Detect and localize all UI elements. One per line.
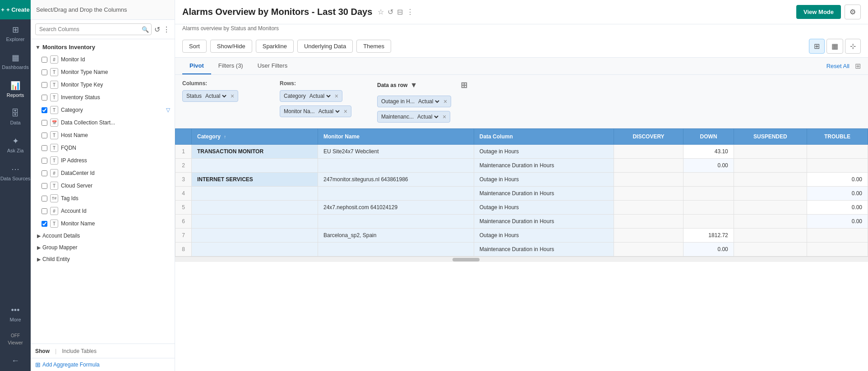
create-button[interactable]: ++ Create <box>0 0 31 19</box>
col-data-collection-start-checkbox[interactable] <box>42 120 47 126</box>
category-chip-remove[interactable]: × <box>335 92 338 100</box>
pivot-view-button[interactable]: ⊹ <box>845 39 861 54</box>
outage-chip-remove[interactable]: × <box>443 98 447 105</box>
expand-icon[interactable]: ⊞ <box>855 62 861 70</box>
cell-data-col: Outage in Hours <box>474 145 614 159</box>
sparkline-button[interactable]: Sparkline <box>256 40 294 53</box>
calendar-view-button[interactable]: ▦ <box>826 39 843 54</box>
tab-pivot[interactable]: Pivot <box>182 58 211 74</box>
sidebar-item-reports[interactable]: 📊 Reports <box>0 75 31 103</box>
outage-mode-select[interactable]: Actual <box>416 98 441 105</box>
view-mode-button[interactable]: View Mode <box>796 5 841 19</box>
tab-filters[interactable]: Filters (3) <box>211 58 250 74</box>
sidebar-item-data-sources[interactable]: ⋯ Data Sources <box>0 159 31 187</box>
settings-button[interactable]: ⚙ <box>845 5 861 19</box>
status-mode-select[interactable]: Actual <box>203 92 228 100</box>
themes-button[interactable]: Themes <box>356 40 391 53</box>
show-hide-button[interactable]: Show/Hide <box>210 40 252 53</box>
col-monitor-name-checkbox[interactable] <box>42 221 47 227</box>
scroll-thumb[interactable] <box>452 258 480 261</box>
columns-list: ▼ Monitors Inventory # Monitor Id T Moni… <box>31 39 175 344</box>
table-area[interactable]: Category ↑ Monitor Name Data Column DISC… <box>175 128 868 371</box>
show-link[interactable]: Show <box>35 348 50 354</box>
viewer-toggle[interactable]: OFF Viewer <box>0 328 31 351</box>
col-category-checkbox[interactable] <box>42 107 47 113</box>
maintenance-chip-remove[interactable]: × <box>443 113 446 120</box>
star-icon[interactable]: ☆ <box>378 8 384 16</box>
th-data-column[interactable]: Data Column <box>474 129 614 145</box>
sort-button[interactable]: Sort <box>182 40 207 53</box>
col-host-name-checkbox[interactable] <box>42 133 47 138</box>
underlying-data-button[interactable]: Underlying Data <box>297 40 353 53</box>
th-discovery[interactable]: DISCOVERY <box>614 129 683 145</box>
sidebar-item-explorer[interactable]: ⊞ Explorer <box>0 19 31 47</box>
columns-panel: Select/Drag and Drop the Columns 🔍 ↺ ⋮ ▼… <box>31 0 175 371</box>
more-options-icon[interactable]: ⋮ <box>163 25 170 34</box>
layout-icon[interactable]: ⊟ <box>397 8 403 16</box>
col-ip-address-checkbox[interactable] <box>42 158 47 164</box>
table-view-button[interactable]: ⊞ <box>809 39 825 54</box>
th-suspended[interactable]: SUSPENDED <box>734 129 807 145</box>
col-category[interactable]: T Category ▽ <box>31 104 175 116</box>
sidebar-item-data[interactable]: 🗄 Data <box>0 103 31 131</box>
col-monitor-type-name[interactable]: T Monitor Type Name <box>31 66 175 78</box>
th-category[interactable]: Category ↑ <box>192 129 318 145</box>
status-chip-remove[interactable]: × <box>231 92 234 100</box>
add-aggregate-formula-button[interactable]: ⊞ Add Aggregate Formula <box>31 358 175 371</box>
tab-user-filters[interactable]: User Filters <box>250 58 295 74</box>
group-group-mapper[interactable]: ▶ Group Mapper <box>31 242 175 253</box>
more-icon[interactable]: ⋮ <box>406 8 414 16</box>
cell-down: 1812.72 <box>683 229 734 243</box>
th-trouble[interactable]: TROUBLE <box>807 129 868 145</box>
col-inventory-status[interactable]: T Inventory Status <box>31 91 175 104</box>
refresh-icon[interactable]: ↺ <box>388 8 393 16</box>
sidebar-item-ask-zia[interactable]: ✦ Ask Zia <box>0 131 31 159</box>
col-fqdn-checkbox[interactable] <box>42 145 47 151</box>
maintenance-mode-select[interactable]: Actual <box>416 113 440 120</box>
col-datacenter-id-checkbox[interactable] <box>42 170 47 176</box>
col-monitor-id[interactable]: # Monitor Id <box>31 53 175 66</box>
col-monitor-name[interactable]: T Monitor Name <box>31 217 175 230</box>
type-t-icon: T <box>50 68 58 76</box>
refresh-icon[interactable]: ↺ <box>154 25 160 34</box>
col-monitor-type-name-checkbox[interactable] <box>42 69 47 75</box>
outage-chip-row: Outage in H... Actual × <box>377 96 467 107</box>
chevron-down-icon[interactable]: ▼ <box>410 81 417 89</box>
group-monitors-inventory[interactable]: ▼ Monitors Inventory <box>31 41 175 53</box>
col-monitor-type-key-checkbox[interactable] <box>42 82 47 88</box>
col-data-collection-start[interactable]: 📅 Data Collection Start... <box>31 116 175 129</box>
col-cloud-server[interactable]: T Cloud Server <box>31 179 175 192</box>
sidebar-item-dashboards[interactable]: ▦ Dashboards <box>0 47 31 75</box>
col-inventory-status-checkbox[interactable] <box>42 95 47 101</box>
th-monitor-name[interactable]: Monitor Name <box>318 129 474 145</box>
cell-data-col: Maintenance Duration in Hours <box>474 159 614 173</box>
off-label: OFF <box>11 333 20 338</box>
group-child-entity[interactable]: ▶ Child Entity <box>31 253 175 265</box>
th-down[interactable]: DOWN <box>683 129 734 145</box>
col-ip-address[interactable]: T IP Address <box>31 154 175 167</box>
search-input[interactable] <box>35 23 152 35</box>
col-fqdn[interactable]: T FQDN <box>31 142 175 154</box>
cell-category <box>192 215 318 229</box>
monitor-name-mode-select[interactable]: Actual <box>317 108 341 115</box>
group-account-details[interactable]: ▶ Account Details <box>31 230 175 242</box>
col-monitor-id-checkbox[interactable] <box>42 57 47 63</box>
col-host-name[interactable]: T Host Name <box>31 129 175 142</box>
sidebar-item-more[interactable]: ••• More <box>0 300 31 328</box>
category-mode-select[interactable]: Actual <box>308 92 332 100</box>
reset-all-button[interactable]: Reset All <box>826 58 850 74</box>
horizontal-scrollbar[interactable] <box>175 256 868 262</box>
data-table: Category ↑ Monitor Name Data Column DISC… <box>175 128 868 256</box>
col-tag-ids[interactable]: T# Tag Ids <box>31 192 175 205</box>
col-cloud-server-checkbox[interactable] <box>42 183 47 189</box>
col-account-id[interactable]: # Account Id <box>31 205 175 217</box>
cell-trouble <box>807 243 868 256</box>
col-tag-ids-checkbox[interactable] <box>42 196 47 202</box>
more-icon: ••• <box>11 306 20 315</box>
col-datacenter-id[interactable]: # DataCenter Id <box>31 167 175 179</box>
include-tables-link[interactable]: Include Tables <box>62 348 97 354</box>
monitor-name-chip-remove[interactable]: × <box>344 108 347 115</box>
collapse-nav-button[interactable]: ← <box>0 351 31 371</box>
col-account-id-checkbox[interactable] <box>42 208 47 214</box>
col-monitor-type-key[interactable]: T Monitor Type Key <box>31 78 175 91</box>
